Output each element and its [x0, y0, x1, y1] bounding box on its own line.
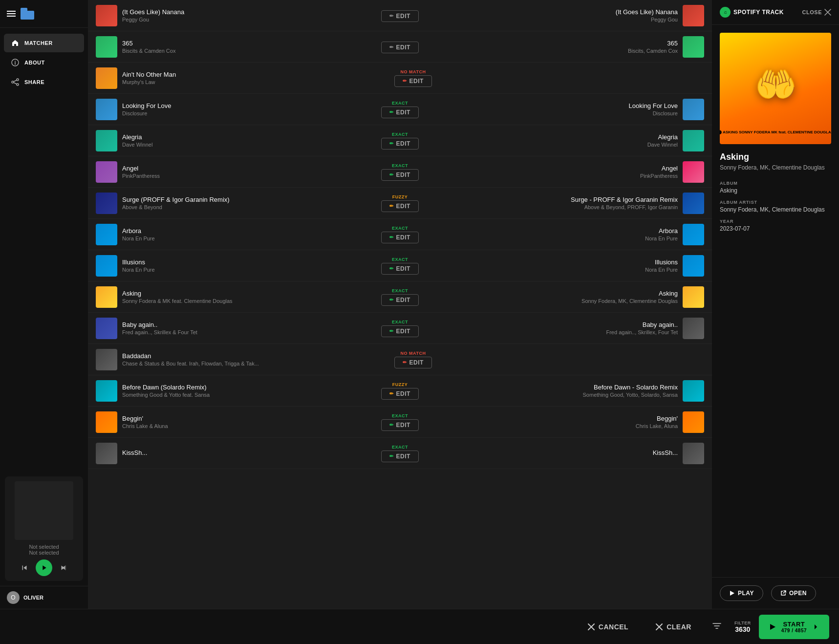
- year-field: YEAR 2023-07-07: [720, 219, 831, 232]
- edit-label: EDIT: [409, 78, 424, 85]
- bottom-bar: CANCEL CLEAR FILTER 3630 START 479 / 485…: [0, 609, 839, 644]
- track-art-left: [96, 380, 117, 402]
- edit-button[interactable]: ✏EDIT: [394, 75, 432, 87]
- edit-button[interactable]: ✏EDIT: [381, 419, 419, 431]
- track-row: Baddadan Chase & Status & Bou feat. Irah…: [88, 344, 712, 375]
- edit-label: EDIT: [409, 359, 424, 366]
- edit-wrap: EXACT✏EDIT: [381, 226, 420, 243]
- edit-button[interactable]: ✏EDIT: [381, 169, 419, 181]
- pencil-icon: ✏: [389, 109, 394, 115]
- open-track-label: OPEN: [789, 590, 807, 597]
- track-info-right: Surge - PROFF & Igor Garanin Remix Above…: [425, 196, 678, 210]
- album-field: ALBUM Asking: [720, 181, 831, 194]
- edit-wrap: FUZZY✏EDIT: [381, 382, 420, 400]
- match-artist: Disclosure: [425, 110, 678, 116]
- sidebar-item-about[interactable]: ABOUT: [4, 53, 84, 72]
- track-artist: Fred again.., Skrillex & Four Tet: [122, 329, 376, 335]
- album-artist-value: Sonny Fodera, MK, Clementine Douglas: [720, 206, 831, 213]
- track-info-left: Baby again.. Fred again.., Skrillex & Fo…: [122, 321, 376, 335]
- match-artist: Biscits, Camden Cox: [425, 48, 678, 54]
- match-artist: Fred again.., Skrillex, Four Tet: [425, 329, 678, 335]
- year-label: YEAR: [720, 219, 831, 224]
- track-info-right: Before Dawn - Solardo Remix Something Go…: [425, 384, 678, 398]
- track-row: Before Dawn (Solardo Remix) Something Go…: [88, 375, 712, 407]
- detail-track-artists: Sonny Fodera, MK, Clementine Douglas: [720, 164, 831, 171]
- match-name: KissSh...: [425, 449, 678, 456]
- edit-button[interactable]: ✏EDIT: [381, 294, 419, 306]
- user-name-label: OLIVER: [23, 595, 43, 601]
- track-art-left: [96, 67, 117, 89]
- edit-button[interactable]: ✏EDIT: [381, 138, 419, 150]
- track-row: Illusions Nora En Pure EXACT✏EDIT Illusi…: [88, 250, 712, 281]
- sidebar-nav: MATCHER ABOUT: [0, 28, 88, 472]
- track-art-right: [683, 286, 704, 308]
- match-label: EXACT: [392, 163, 408, 168]
- edit-label: EDIT: [396, 172, 410, 178]
- edit-button[interactable]: ✏EDIT: [381, 200, 419, 212]
- edit-button[interactable]: ✏EDIT: [381, 107, 419, 118]
- pencil-icon: ✏: [389, 172, 394, 177]
- filter-info: FILTER 3630: [734, 621, 751, 633]
- clear-button[interactable]: CLEAR: [644, 617, 703, 637]
- track-art-left: [96, 130, 117, 151]
- play-track-button[interactable]: PLAY: [720, 585, 763, 601]
- sidebar-item-share-label: SHARE: [24, 79, 44, 85]
- match-name: Asking: [425, 290, 678, 297]
- close-panel-button[interactable]: CLOSE: [802, 9, 831, 16]
- edit-button[interactable]: ✏EDIT: [381, 325, 419, 337]
- track-info-left: (It Goes Like) Nanana Peggy Gou: [122, 8, 376, 22]
- edit-button[interactable]: ✏EDIT: [381, 263, 419, 275]
- track-art-right: [683, 255, 704, 277]
- track-row: KissSh... EXACT✏EDIT KissSh...: [88, 438, 712, 469]
- track-artist: Something Good & Yotto feat. Sansa: [122, 392, 376, 398]
- play-pause-button[interactable]: [36, 559, 52, 576]
- sidebar-item-share[interactable]: SHARE: [4, 73, 84, 91]
- edit-button[interactable]: ✏EDIT: [381, 42, 419, 53]
- edit-label: EDIT: [396, 328, 410, 335]
- edit-button[interactable]: ✏EDIT: [394, 357, 432, 368]
- edit-button[interactable]: ✏EDIT: [381, 451, 419, 462]
- track-row: Arbora Nora En Pure EXACT✏EDIT Arbora No…: [88, 219, 712, 250]
- start-btn-info: START 479 / 4857: [781, 621, 807, 633]
- edit-label: EDIT: [396, 140, 410, 147]
- open-track-button[interactable]: OPEN: [771, 585, 816, 601]
- track-artist: Sonny Fodera & MK feat. Clementine Dougl…: [122, 298, 376, 304]
- match-label: NO MATCH: [401, 351, 426, 356]
- sidebar-user[interactable]: O OLIVER: [0, 586, 88, 609]
- hamburger-icon[interactable]: [7, 11, 16, 17]
- edit-wrap: EXACT✏EDIT: [381, 445, 420, 462]
- track-row: (It Goes Like) Nanana Peggy Gou ✏EDIT (I…: [88, 0, 712, 31]
- filter-options-button[interactable]: [707, 616, 727, 637]
- clear-label: CLEAR: [667, 623, 691, 631]
- sidebar-item-matcher[interactable]: MATCHER: [4, 34, 84, 52]
- track-art-left: [96, 36, 117, 58]
- track-art-right: [683, 130, 704, 151]
- start-label: START: [783, 621, 805, 628]
- match-name: Arbora: [425, 227, 678, 235]
- track-art-right: [683, 161, 704, 183]
- match-artist: Peggy Gou: [425, 17, 678, 22]
- track-info-left: Asking Sonny Fodera & MK feat. Clementin…: [122, 290, 376, 304]
- track-art-left: [96, 255, 117, 277]
- edit-wrap: EXACT✏EDIT: [381, 288, 420, 306]
- track-info-left: Illusions Nora En Pure: [122, 258, 376, 273]
- edit-button[interactable]: ✏EDIT: [381, 10, 419, 22]
- rewind-button[interactable]: [20, 563, 29, 572]
- track-row: Looking For Love Disclosure EXACT✏EDIT L…: [88, 94, 712, 125]
- track-art-right: [683, 99, 704, 120]
- track-info-left: Baddadan Chase & Status & Bou feat. Irah…: [122, 352, 389, 366]
- year-value: 2023-07-07: [720, 225, 831, 232]
- start-button[interactable]: START 479 / 4857: [759, 615, 829, 639]
- edit-button[interactable]: ✏EDIT: [381, 388, 419, 400]
- fast-forward-button[interactable]: [59, 563, 68, 572]
- track-row: Beggin' Chris Lake & Aluna EXACT✏EDIT Be…: [88, 407, 712, 438]
- cancel-button[interactable]: CANCEL: [576, 617, 640, 637]
- edit-button[interactable]: ✏EDIT: [381, 232, 419, 243]
- svg-point-2: [17, 84, 19, 86]
- album-label: ALBUM: [720, 181, 831, 186]
- home-icon: [11, 39, 20, 47]
- spotify-logo: ♫: [720, 7, 731, 18]
- panel-title: SPOTIFY TRACK: [733, 9, 784, 16]
- pencil-icon: ✏: [389, 13, 394, 19]
- panel-actions: PLAY OPEN: [712, 577, 839, 609]
